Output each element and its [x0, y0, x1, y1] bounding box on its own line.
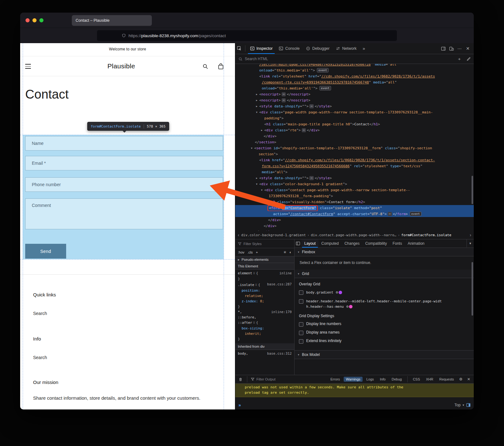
- markup-line[interactable]: ▶<div class="rte">⋯</div>: [235, 127, 474, 133]
- console-prompt[interactable]: »: [238, 403, 241, 408]
- close-console-icon[interactable]: ✕: [466, 375, 472, 383]
- breadcrumb-item-selected[interactable]: form#ContactForm.isolate: [401, 233, 451, 237]
- name-field[interactable]: Name: [25, 136, 223, 151]
- markup-line[interactable]: /section-main-page.css?v=848677459125201…: [235, 64, 474, 67]
- expand-icon[interactable]: ▶: [255, 103, 259, 109]
- markup-line[interactable]: form.css?v=12475605843249503552167456668…: [235, 163, 474, 169]
- grid-color-swatch[interactable]: [349, 305, 352, 308]
- markup-line[interactable]: onload="this.media='all'">event: [235, 67, 474, 73]
- markup-line[interactable]: ▼<div class="color-background-1 gradient…: [235, 181, 474, 187]
- grid-color-swatch[interactable]: [339, 291, 342, 294]
- filter-logs-button[interactable]: Logs: [364, 377, 376, 382]
- rule-source-link[interactable]: inline: [279, 271, 292, 276]
- sidebar-toggle-icon[interactable]: [295, 239, 301, 248]
- dock-side-icon[interactable]: [439, 44, 447, 53]
- tab-animation[interactable]: Animation: [405, 239, 427, 248]
- evaluation-context[interactable]: Top ▼: [455, 403, 471, 407]
- filter-info-button[interactable]: Info: [378, 377, 388, 382]
- browser-tab[interactable]: Contact – Plausible: [72, 15, 152, 26]
- filter-requests-button[interactable]: Requests: [437, 377, 456, 382]
- highlight-selector-icon[interactable]: ⠿: [253, 272, 255, 275]
- filter-errors-button[interactable]: Errors: [328, 377, 342, 382]
- tab-fonts[interactable]: Fonts: [390, 239, 405, 248]
- markup-line-selected[interactable]: action="/contact#ContactForm" accept-cha…: [235, 211, 474, 217]
- breadcrumb-back-icon[interactable]: ‹: [238, 232, 239, 237]
- comment-field[interactable]: Comment: [25, 198, 223, 229]
- checkbox[interactable]: [299, 290, 303, 295]
- highlight-selector-icon[interactable]: ⠿: [253, 321, 255, 324]
- meatball-menu-icon[interactable]: ⋯: [455, 44, 464, 53]
- markup-line[interactable]: <h2 class="visually-hidden">Contact form…: [235, 199, 474, 205]
- grid-section-header[interactable]: ▼ Grid: [295, 270, 474, 278]
- tab-network[interactable]: Network: [333, 43, 360, 54]
- filter-xhr-button[interactable]: XHR: [424, 377, 435, 382]
- markup-line[interactable]: ▶<noscript>⋯</noscript>: [235, 97, 474, 103]
- checkbox[interactable]: [299, 299, 303, 304]
- responsive-design-icon[interactable]: [447, 44, 455, 53]
- collapse-icon[interactable]: ▼: [297, 251, 300, 254]
- add-rule-button[interactable]: +: [256, 250, 258, 254]
- markup-line[interactable]: </div>: [235, 133, 474, 139]
- markup-line[interactable]: 17330976293128__form-padding">: [235, 193, 474, 199]
- close-window-button[interactable]: [26, 18, 30, 22]
- store-logo[interactable]: Plausible: [20, 62, 222, 70]
- expand-icon[interactable]: ▶: [255, 175, 259, 181]
- footer-link-search-2[interactable]: Search: [33, 355, 47, 360]
- rule-source-link[interactable]: inline:170: [271, 310, 292, 314]
- add-node-icon[interactable]: ＋: [457, 57, 461, 61]
- url-input[interactable]: https://plausible-8238.myshopify.com/pag…: [97, 30, 397, 41]
- markup-line[interactable]: onload="this.media='all'">event: [235, 85, 474, 91]
- filter-output-input[interactable]: Filter Output: [256, 377, 276, 381]
- split-console-icon[interactable]: [466, 403, 471, 407]
- markup-line[interactable]: padding">: [235, 115, 474, 121]
- highlight-selector-icon[interactable]: ⠿: [255, 283, 257, 287]
- markup-line[interactable]: ▼<section id="shopify-section-template--…: [235, 145, 474, 151]
- dark-scheme-icon[interactable]: ◐: [289, 250, 292, 254]
- flexbox-section-header[interactable]: ▼ Flexbox: [295, 248, 474, 256]
- markup-line-selected[interactable]: <form id="ContactForm" class="isolate" m…: [235, 205, 474, 211]
- expand-icon[interactable]: ▶: [238, 258, 240, 261]
- collapse-icon[interactable]: ▼: [297, 272, 300, 275]
- tab-inspector[interactable]: Inspector: [247, 43, 276, 54]
- markup-line[interactable]: </div>: [235, 217, 474, 223]
- more-tabs-icon[interactable]: »: [360, 44, 368, 53]
- collapse-icon[interactable]: ▼: [297, 353, 300, 356]
- expand-icon[interactable]: ▶: [255, 97, 259, 103]
- collapse-icon[interactable]: ▼: [255, 181, 259, 187]
- collapse-icon[interactable]: ▼: [250, 145, 254, 151]
- tab-changes[interactable]: Changes: [341, 239, 362, 248]
- layout-scrollbar[interactable]: [472, 262, 473, 316]
- clear-console-icon[interactable]: [237, 375, 243, 383]
- checkbox[interactable]: [299, 339, 303, 344]
- collapse-icon[interactable]: ▼: [260, 187, 264, 193]
- markup-line[interactable]: media="all">: [235, 169, 474, 175]
- search-icon[interactable]: [202, 63, 209, 70]
- footer-link-search-1[interactable]: Search: [33, 311, 47, 316]
- markup-line[interactable]: <h1 class="main-page-title page-title h0…: [235, 121, 474, 127]
- collapse-icon[interactable]: ▼: [255, 109, 259, 115]
- markup-line[interactable]: ▶<noscript>⋯</noscript>: [235, 91, 474, 97]
- tab-console[interactable]: Console: [276, 43, 303, 54]
- markup-line[interactable]: ▼<div class="page-width page-width--narr…: [235, 109, 474, 115]
- filter-styles-input[interactable]: Filter Styles: [243, 242, 261, 246]
- eyedropper-icon[interactable]: [467, 57, 471, 61]
- minimize-window-button[interactable]: [32, 18, 37, 22]
- rule-source-link[interactable]: base.css:312: [267, 351, 292, 356]
- filter-css-button[interactable]: CSS: [411, 377, 422, 382]
- tab-debugger[interactable]: Debugger: [303, 43, 333, 54]
- close-devtools-icon[interactable]: ✕: [464, 44, 472, 53]
- markup-line[interactable]: ▶<style data-shopify="">⋯</style>: [235, 175, 474, 181]
- tabs-dropdown-icon[interactable]: ▼: [467, 239, 474, 247]
- breadcrumb-forward-icon[interactable]: ›: [470, 232, 471, 237]
- markup-line[interactable]: </section>: [235, 229, 474, 231]
- search-html-input[interactable]: Search HTML: [245, 57, 268, 61]
- filter-debug-button[interactable]: Debug: [389, 377, 404, 382]
- gear-icon[interactable]: ⚙: [346, 304, 348, 309]
- pick-element-button[interactable]: [235, 44, 243, 53]
- checkbox[interactable]: [299, 322, 303, 327]
- tab-compatibility[interactable]: Compatibility: [362, 239, 390, 248]
- markup-line[interactable]: /component-rte.css?v=6991943663851532978…: [235, 79, 474, 85]
- console-settings-icon[interactable]: ⚙: [458, 375, 464, 383]
- markup-line[interactable]: </section>: [235, 139, 474, 145]
- markup-line[interactable]: section">: [235, 151, 474, 157]
